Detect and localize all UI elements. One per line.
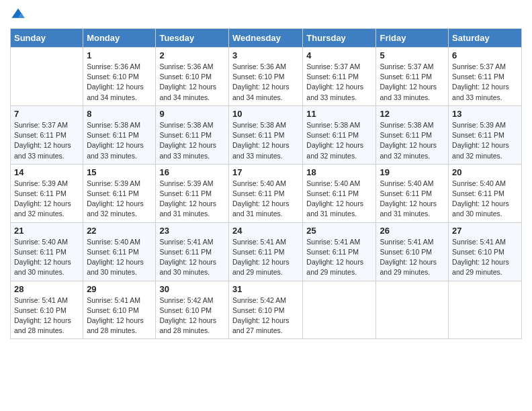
day-number: 18 [306, 167, 372, 177]
day-info: Sunrise: 5:41 AM Sunset: 6:11 PM Dayligh… [306, 237, 372, 278]
day-info: Sunrise: 5:40 AM Sunset: 6:11 PM Dayligh… [14, 237, 79, 278]
calendar-day-cell: 13Sunrise: 5:39 AM Sunset: 6:11 PM Dayli… [449, 105, 522, 164]
calendar-day-cell [303, 281, 376, 339]
calendar-day-cell: 31Sunrise: 5:42 AM Sunset: 6:10 PM Dayli… [228, 281, 302, 339]
calendar-day-cell: 14Sunrise: 5:39 AM Sunset: 6:11 PM Dayli… [11, 164, 83, 222]
calendar-day-cell: 4Sunrise: 5:37 AM Sunset: 6:11 PM Daylig… [303, 48, 376, 106]
day-number: 29 [87, 284, 152, 294]
day-number: 28 [14, 284, 79, 294]
day-number: 8 [87, 109, 152, 119]
day-info: Sunrise: 5:36 AM Sunset: 6:10 PM Dayligh… [159, 62, 225, 103]
calendar-table: SundayMondayTuesdayWednesdayThursdayFrid… [10, 28, 522, 339]
day-number: 20 [452, 167, 518, 177]
day-info: Sunrise: 5:39 AM Sunset: 6:11 PM Dayligh… [159, 179, 225, 220]
calendar-day-cell: 27Sunrise: 5:41 AM Sunset: 6:10 PM Dayli… [449, 222, 522, 281]
calendar-day-cell: 12Sunrise: 5:38 AM Sunset: 6:11 PM Dayli… [376, 105, 449, 164]
day-number: 2 [159, 50, 225, 60]
calendar-day-cell: 6Sunrise: 5:37 AM Sunset: 6:11 PM Daylig… [449, 48, 522, 106]
day-info: Sunrise: 5:41 AM Sunset: 6:10 PM Dayligh… [87, 295, 152, 336]
calendar-day-cell: 19Sunrise: 5:40 AM Sunset: 6:11 PM Dayli… [376, 164, 449, 222]
calendar-week-row: 14Sunrise: 5:39 AM Sunset: 6:11 PM Dayli… [11, 164, 522, 222]
day-info: Sunrise: 5:36 AM Sunset: 6:10 PM Dayligh… [87, 62, 152, 103]
day-number: 31 [232, 284, 299, 294]
calendar-day-cell: 7Sunrise: 5:37 AM Sunset: 6:11 PM Daylig… [11, 105, 83, 164]
calendar-day-cell: 26Sunrise: 5:41 AM Sunset: 6:10 PM Dayli… [376, 222, 449, 281]
logo [10, 7, 29, 23]
day-info: Sunrise: 5:40 AM Sunset: 6:11 PM Dayligh… [232, 179, 299, 220]
day-number: 9 [159, 109, 225, 119]
calendar-week-row: 1Sunrise: 5:36 AM Sunset: 6:10 PM Daylig… [11, 48, 522, 106]
day-number: 15 [87, 167, 152, 177]
day-info: Sunrise: 5:40 AM Sunset: 6:11 PM Dayligh… [380, 179, 445, 220]
day-info: Sunrise: 5:42 AM Sunset: 6:10 PM Dayligh… [159, 295, 225, 336]
calendar-week-row: 7Sunrise: 5:37 AM Sunset: 6:11 PM Daylig… [11, 105, 522, 164]
calendar-day-cell: 11Sunrise: 5:38 AM Sunset: 6:11 PM Dayli… [303, 105, 376, 164]
day-number: 14 [14, 167, 79, 177]
day-number: 10 [232, 109, 299, 119]
day-number: 1 [87, 50, 152, 60]
day-info: Sunrise: 5:38 AM Sunset: 6:11 PM Dayligh… [232, 120, 299, 161]
day-number: 6 [452, 50, 518, 60]
calendar-day-cell: 3Sunrise: 5:36 AM Sunset: 6:10 PM Daylig… [228, 48, 302, 106]
day-number: 19 [380, 167, 445, 177]
calendar-day-cell: 28Sunrise: 5:41 AM Sunset: 6:10 PM Dayli… [11, 281, 83, 339]
day-info: Sunrise: 5:38 AM Sunset: 6:11 PM Dayligh… [380, 120, 445, 161]
day-info: Sunrise: 5:39 AM Sunset: 6:11 PM Dayligh… [14, 179, 79, 220]
calendar-day-cell: 21Sunrise: 5:40 AM Sunset: 6:11 PM Dayli… [11, 222, 83, 281]
day-info: Sunrise: 5:37 AM Sunset: 6:11 PM Dayligh… [14, 120, 79, 161]
weekday-header-row: SundayMondayTuesdayWednesdayThursdayFrid… [11, 29, 522, 48]
day-info: Sunrise: 5:38 AM Sunset: 6:11 PM Dayligh… [306, 120, 372, 161]
day-info: Sunrise: 5:37 AM Sunset: 6:11 PM Dayligh… [452, 62, 518, 103]
day-number: 13 [452, 109, 518, 119]
day-info: Sunrise: 5:41 AM Sunset: 6:10 PM Dayligh… [14, 295, 79, 336]
calendar-day-cell [11, 48, 83, 106]
calendar-day-cell: 18Sunrise: 5:40 AM Sunset: 6:11 PM Dayli… [303, 164, 376, 222]
day-info: Sunrise: 5:42 AM Sunset: 6:10 PM Dayligh… [232, 295, 299, 336]
day-number: 11 [306, 109, 372, 119]
day-number: 17 [232, 167, 299, 177]
calendar-day-cell: 9Sunrise: 5:38 AM Sunset: 6:11 PM Daylig… [156, 105, 229, 164]
calendar-week-row: 28Sunrise: 5:41 AM Sunset: 6:10 PM Dayli… [11, 281, 522, 339]
day-info: Sunrise: 5:38 AM Sunset: 6:11 PM Dayligh… [159, 120, 225, 161]
day-info: Sunrise: 5:39 AM Sunset: 6:11 PM Dayligh… [452, 120, 518, 161]
day-info: Sunrise: 5:41 AM Sunset: 6:10 PM Dayligh… [452, 237, 518, 278]
calendar-day-cell: 30Sunrise: 5:42 AM Sunset: 6:10 PM Dayli… [156, 281, 229, 339]
day-info: Sunrise: 5:39 AM Sunset: 6:11 PM Dayligh… [87, 179, 152, 220]
day-number: 30 [159, 284, 225, 294]
calendar-day-cell: 5Sunrise: 5:37 AM Sunset: 6:11 PM Daylig… [376, 48, 449, 106]
day-info: Sunrise: 5:41 AM Sunset: 6:11 PM Dayligh… [232, 237, 299, 278]
day-info: Sunrise: 5:40 AM Sunset: 6:11 PM Dayligh… [452, 179, 518, 220]
day-info: Sunrise: 5:38 AM Sunset: 6:11 PM Dayligh… [87, 120, 152, 161]
calendar-day-cell [376, 281, 449, 339]
calendar-day-cell: 15Sunrise: 5:39 AM Sunset: 6:11 PM Dayli… [83, 164, 156, 222]
weekday-header-cell: Friday [376, 29, 449, 48]
day-number: 26 [380, 226, 445, 236]
header [10, 7, 522, 23]
weekday-header-cell: Thursday [303, 29, 376, 48]
calendar-day-cell: 29Sunrise: 5:41 AM Sunset: 6:10 PM Dayli… [83, 281, 156, 339]
day-info: Sunrise: 5:40 AM Sunset: 6:11 PM Dayligh… [306, 179, 372, 220]
weekday-header-cell: Wednesday [228, 29, 302, 48]
day-number: 23 [159, 226, 225, 236]
calendar-day-cell: 10Sunrise: 5:38 AM Sunset: 6:11 PM Dayli… [228, 105, 302, 164]
weekday-header-cell: Tuesday [156, 29, 229, 48]
day-info: Sunrise: 5:41 AM Sunset: 6:10 PM Dayligh… [380, 237, 445, 278]
day-number: 27 [452, 226, 518, 236]
calendar-day-cell: 20Sunrise: 5:40 AM Sunset: 6:11 PM Dayli… [449, 164, 522, 222]
day-number: 24 [232, 226, 299, 236]
weekday-header-cell: Sunday [11, 29, 83, 48]
day-info: Sunrise: 5:37 AM Sunset: 6:11 PM Dayligh… [380, 62, 445, 103]
day-number: 3 [232, 50, 299, 60]
logo-icon [10, 7, 26, 23]
day-number: 22 [87, 226, 152, 236]
day-number: 7 [14, 109, 79, 119]
calendar-day-cell: 8Sunrise: 5:38 AM Sunset: 6:11 PM Daylig… [83, 105, 156, 164]
day-info: Sunrise: 5:37 AM Sunset: 6:11 PM Dayligh… [306, 62, 372, 103]
calendar-day-cell: 2Sunrise: 5:36 AM Sunset: 6:10 PM Daylig… [156, 48, 229, 106]
calendar-week-row: 21Sunrise: 5:40 AM Sunset: 6:11 PM Dayli… [11, 222, 522, 281]
calendar-day-cell: 23Sunrise: 5:41 AM Sunset: 6:11 PM Dayli… [156, 222, 229, 281]
day-number: 21 [14, 226, 79, 236]
weekday-header-cell: Saturday [449, 29, 522, 48]
day-number: 16 [159, 167, 225, 177]
calendar-day-cell: 16Sunrise: 5:39 AM Sunset: 6:11 PM Dayli… [156, 164, 229, 222]
